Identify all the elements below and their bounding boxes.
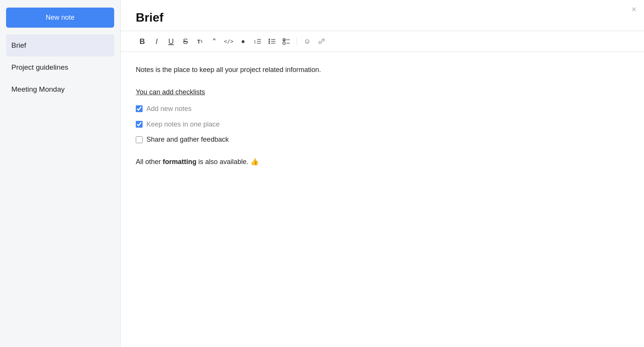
sidebar-item-brief[interactable]: Brief bbox=[6, 34, 114, 56]
svg-text:1.: 1. bbox=[254, 39, 257, 44]
note-intro: Notes is the place to keep all your proj… bbox=[136, 64, 629, 76]
quote-button[interactable]: “ bbox=[208, 35, 221, 48]
bold-button[interactable]: B bbox=[136, 35, 149, 48]
footer-bold: formatting bbox=[163, 158, 196, 166]
checklist: Add new notes Keep notes in one place Sh… bbox=[136, 103, 629, 145]
svg-point-5 bbox=[269, 41, 270, 42]
checklist-checkbox-3[interactable] bbox=[136, 136, 143, 143]
color-button[interactable]: ● bbox=[237, 35, 250, 48]
svg-point-6 bbox=[269, 42, 270, 44]
checklist-button[interactable] bbox=[280, 35, 293, 48]
main-panel: × Brief B I U S T1 “ </> ● 1. bbox=[121, 0, 644, 347]
checklist-label-2: Keep notes in one place bbox=[146, 119, 220, 130]
checklist-checkbox-1[interactable] bbox=[136, 105, 143, 112]
svg-point-4 bbox=[269, 39, 270, 40]
italic-button[interactable]: I bbox=[150, 35, 163, 48]
checklist-item-1: Add new notes bbox=[136, 103, 629, 115]
toolbar-separator bbox=[297, 37, 297, 45]
close-button[interactable]: × bbox=[631, 5, 636, 14]
footer-before: All other bbox=[136, 158, 163, 166]
unordered-list-button[interactable] bbox=[265, 35, 278, 48]
note-footer: All other formatting is also available. … bbox=[136, 156, 629, 168]
checklist-item-3: Share and gather feedback bbox=[136, 134, 629, 145]
checklist-label-3: Share and gather feedback bbox=[146, 134, 229, 145]
title-button[interactable]: T1 bbox=[193, 35, 206, 48]
emoji-button[interactable]: ☺ bbox=[301, 35, 314, 48]
code-button[interactable]: </> bbox=[222, 35, 235, 48]
checklist-header: You can add checklists bbox=[136, 86, 629, 98]
checklist-checkbox-2[interactable] bbox=[136, 121, 143, 128]
sidebar: New note Brief Project guidelines Meetin… bbox=[0, 0, 121, 347]
toolbar: B I U S T1 “ </> ● 1. bbox=[121, 31, 644, 52]
link-button[interactable] bbox=[315, 35, 328, 48]
svg-rect-11 bbox=[283, 42, 285, 44]
underline-button[interactable]: U bbox=[165, 35, 177, 48]
checklist-label-1: Add new notes bbox=[146, 103, 192, 115]
note-title: Brief bbox=[121, 0, 644, 31]
strikethrough-button[interactable]: S bbox=[179, 35, 192, 48]
sidebar-item-project-guidelines[interactable]: Project guidelines bbox=[6, 56, 114, 78]
note-content: Notes is the place to keep all your proj… bbox=[121, 52, 644, 347]
new-note-button[interactable]: New note bbox=[6, 8, 114, 28]
checklist-item-2: Keep notes in one place bbox=[136, 119, 629, 130]
sidebar-item-meeting-monday[interactable]: Meeting Monday bbox=[6, 78, 114, 100]
ordered-list-button[interactable]: 1. bbox=[251, 35, 264, 48]
footer-after: is also available. 👍 bbox=[196, 158, 259, 166]
